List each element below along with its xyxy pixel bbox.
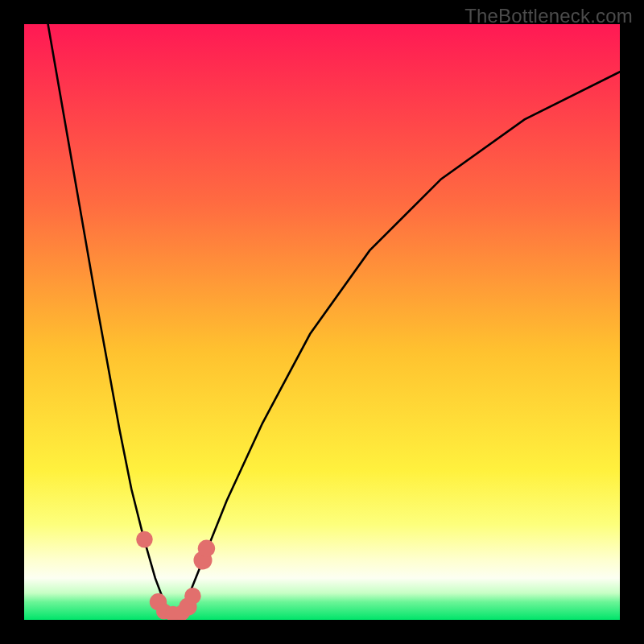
- watermark-text: TheBottleneck.com: [464, 5, 633, 27]
- data-marker: [136, 531, 153, 548]
- bottleneck-curve: [24, 24, 620, 620]
- curve-path: [24, 24, 620, 613]
- chart-frame: TheBottleneck.com: [0, 0, 644, 644]
- plot-area: [24, 24, 620, 620]
- data-marker: [184, 588, 201, 605]
- data-marker: [198, 540, 215, 557]
